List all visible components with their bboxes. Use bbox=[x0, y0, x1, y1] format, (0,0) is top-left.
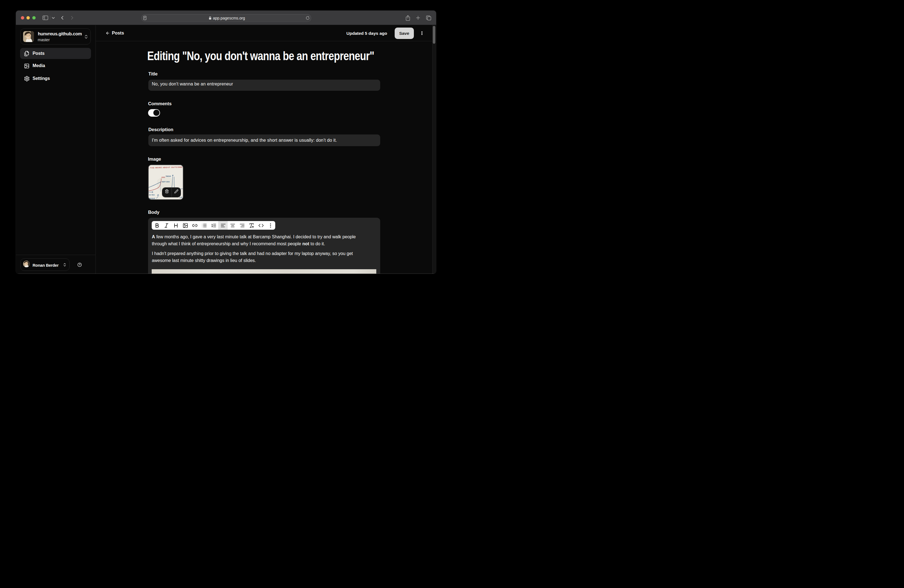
svg-text:CEO: CEO bbox=[161, 177, 165, 178]
svg-text:NOT CEO: NOT CEO bbox=[162, 181, 170, 182]
svg-text:LiT: LiT bbox=[180, 196, 183, 199]
svg-text:TWOHO: TWOHO bbox=[166, 175, 171, 177]
svg-text:PAYOUT: PAYOUT bbox=[149, 198, 155, 199]
svg-text:10 YEA: 10 YEA bbox=[149, 194, 155, 196]
